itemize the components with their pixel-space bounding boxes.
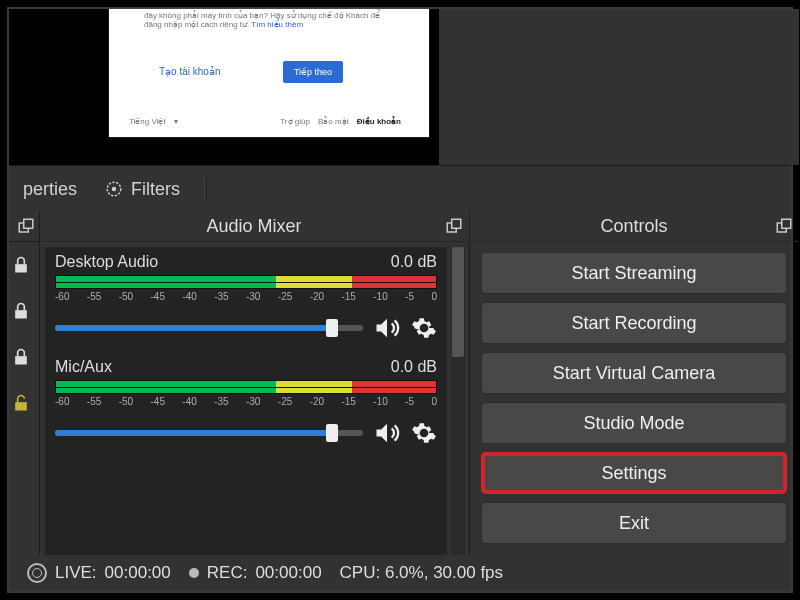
channel-level: 0.0 dB bbox=[391, 358, 437, 376]
svg-rect-7 bbox=[15, 402, 27, 410]
start-recording-button[interactable]: Start Recording bbox=[481, 302, 787, 344]
mixer-header: Audio Mixer bbox=[39, 211, 469, 242]
gear-icon[interactable] bbox=[411, 315, 437, 341]
start-streaming-button[interactable]: Start Streaming bbox=[481, 252, 787, 294]
svg-rect-4 bbox=[15, 264, 27, 272]
channel-name: Desktop Audio bbox=[55, 253, 158, 271]
speaker-icon[interactable] bbox=[373, 419, 401, 447]
popout-icon[interactable] bbox=[17, 217, 35, 235]
channel-level: 0.0 dB bbox=[391, 253, 437, 271]
panel-title: Audio Mixer bbox=[206, 216, 301, 237]
preview-source-card: đây không phải máy tính của bạn? Hãy sử … bbox=[109, 9, 429, 137]
lock-icon bbox=[11, 254, 31, 276]
start-virtual-camera-button[interactable]: Start Virtual Camera bbox=[481, 352, 787, 394]
mixer-body: Desktop Audio0.0 dB-60-55-50-45-40-35-30… bbox=[45, 247, 447, 569]
mixer-scrollbar[interactable] bbox=[451, 247, 465, 557]
vu-meter bbox=[55, 275, 437, 289]
vu-meter bbox=[55, 380, 437, 394]
sources-column bbox=[9, 211, 40, 581]
status-live: LIVE: 00:00:00 bbox=[27, 563, 171, 583]
preview-area: đây không phải máy tính của bạn? Hãy sử … bbox=[9, 9, 439, 144]
controls-header: Controls bbox=[469, 211, 799, 242]
source-row[interactable] bbox=[9, 334, 39, 380]
mixer-channel: Mic/Aux0.0 dB-60-55-50-45-40-35-30-25-20… bbox=[45, 352, 447, 457]
source-row[interactable] bbox=[9, 242, 39, 288]
live-icon bbox=[27, 563, 47, 583]
card-create-link: Tạo tài khoản bbox=[159, 66, 220, 77]
svg-point-1 bbox=[112, 187, 117, 192]
svg-rect-9 bbox=[452, 219, 461, 228]
popout-icon[interactable] bbox=[775, 217, 793, 235]
svg-rect-11 bbox=[782, 219, 791, 228]
empty-top-right bbox=[439, 9, 799, 165]
exit-button[interactable]: Exit bbox=[481, 502, 787, 544]
scrollbar-thumb[interactable] bbox=[452, 247, 464, 357]
tab-filters[interactable]: Filters bbox=[91, 166, 194, 212]
lock-icon bbox=[11, 300, 31, 322]
card-next-button: Tiếp theo bbox=[283, 61, 343, 83]
svg-rect-5 bbox=[15, 310, 27, 318]
source-toolbar: perties Filters bbox=[9, 165, 791, 212]
lower-panels: Audio Mixer Desktop Audio0.0 dB-60-55-50… bbox=[9, 211, 791, 581]
channel-name: Mic/Aux bbox=[55, 358, 112, 376]
popout-icon[interactable] bbox=[445, 217, 463, 235]
settings-button[interactable]: Settings bbox=[481, 452, 787, 494]
card-desc: đây không phải máy tính của bạn? Hãy sử … bbox=[144, 11, 394, 29]
app-frame: đây không phải máy tính của bạn? Hãy sử … bbox=[7, 7, 793, 593]
rec-icon bbox=[189, 568, 199, 578]
sources-header bbox=[9, 211, 39, 242]
speaker-icon[interactable] bbox=[373, 314, 401, 342]
source-row[interactable] bbox=[9, 288, 39, 334]
controls-body: Start StreamingStart RecordingStart Virt… bbox=[469, 242, 799, 562]
meter-scale: -60-55-50-45-40-35-30-25-20-15-10-50 bbox=[55, 291, 437, 302]
unlock-icon bbox=[11, 392, 31, 414]
status-bar: LIVE: 00:00:00 REC: 00:00:00 CPU: 6.0%, … bbox=[9, 555, 791, 591]
source-row[interactable] bbox=[9, 380, 39, 426]
status-rec: REC: 00:00:00 bbox=[189, 563, 322, 583]
audio-mixer-panel: Audio Mixer Desktop Audio0.0 dB-60-55-50… bbox=[39, 211, 470, 581]
svg-rect-6 bbox=[15, 356, 27, 364]
card-footer: Tiếng Việt▾ Trợ giúp Bảo mật Điều khoản bbox=[129, 117, 409, 126]
tab-label: perties bbox=[23, 179, 77, 200]
studio-mode-button[interactable]: Studio Mode bbox=[481, 402, 787, 444]
lock-icon bbox=[11, 346, 31, 368]
tab-label: Filters bbox=[131, 179, 180, 200]
status-cpu: CPU: 6.0%, 30.00 fps bbox=[340, 563, 503, 583]
gear-icon[interactable] bbox=[411, 420, 437, 446]
tab-properties[interactable]: perties bbox=[9, 166, 91, 212]
volume-slider[interactable] bbox=[55, 430, 363, 436]
mixer-channel: Desktop Audio0.0 dB-60-55-50-45-40-35-30… bbox=[45, 247, 447, 352]
controls-panel: Controls Start StreamingStart RecordingS… bbox=[469, 211, 799, 581]
toolbar-separator bbox=[204, 177, 207, 201]
panel-title: Controls bbox=[600, 216, 667, 237]
svg-rect-3 bbox=[24, 219, 33, 228]
filters-icon bbox=[105, 180, 123, 198]
volume-slider[interactable] bbox=[55, 325, 363, 331]
meter-scale: -60-55-50-45-40-35-30-25-20-15-10-50 bbox=[55, 396, 437, 407]
